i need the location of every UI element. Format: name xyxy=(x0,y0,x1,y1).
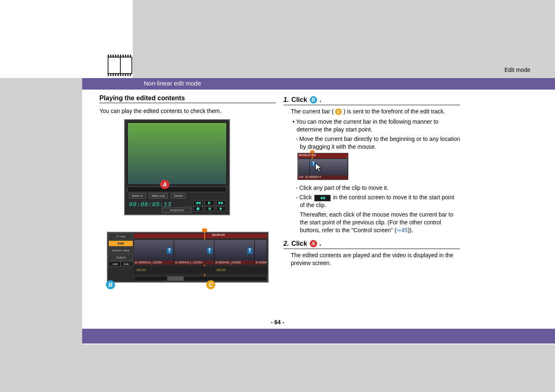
mini-timeline: 00:00:07:38 T 234 ⊞ 20060514 xyxy=(297,153,348,180)
step1-number: 1. xyxy=(283,96,289,104)
edit-mode-label: Edit mode xyxy=(504,67,530,73)
tl-clip[interactable]: T⊞ 20060514_120209 xyxy=(134,240,174,265)
step1-sub3-cont: Thereafter, each click of the mouse move… xyxy=(300,211,460,234)
step1-heading: 1. Click B . xyxy=(283,96,460,105)
transition-icon: T xyxy=(247,247,253,254)
rewind-chip-icon xyxy=(314,195,331,201)
tl-clip-label: ⊞ 20060514_120209 xyxy=(134,261,174,265)
tl-ruler-time: 00:00:05 xyxy=(212,233,225,237)
tl-output-button[interactable]: Output xyxy=(108,254,133,261)
tl-bgm-cell[interactable]: ♪ BGM xyxy=(214,266,253,274)
tl-clip[interactable]: T⊞ 20060411_120359 xyxy=(174,240,214,265)
snapshot-button[interactable]: Snapshot xyxy=(162,208,191,213)
transition-icon: T xyxy=(167,247,172,254)
preview-transport-row1 xyxy=(193,200,226,206)
mark-out-button[interactable]: Mark-out xyxy=(149,193,168,198)
tl-bgm-cell[interactable] xyxy=(174,266,214,274)
callout-a-icon: A xyxy=(310,240,317,247)
step2-period: . xyxy=(320,240,321,247)
step2-number: 2. xyxy=(283,240,289,247)
tl-switchview-button[interactable]: Switch View xyxy=(108,247,133,254)
play-button[interactable] xyxy=(205,200,214,206)
preview-timecode: 00:00:05:13 xyxy=(129,201,171,208)
preview-screenshot: Mark-in Mark-out Divide 00:00:05:13 Snap… xyxy=(124,119,230,215)
ffwd-button[interactable] xyxy=(216,200,226,206)
timeline-screenshot: 17 sec Edit Switch View Output |◀◀ ▶▶| 0… xyxy=(107,232,269,283)
step1-bullet: • You can move the current bar in the fo… xyxy=(292,118,460,134)
step1-line1: The current bar ( C ) is sent to the for… xyxy=(291,108,460,115)
tl-ruler[interactable]: 00:00:05 xyxy=(134,233,267,238)
left-column: Playing the edited contents You can play… xyxy=(99,95,276,283)
mark-in-button[interactable]: Mark-in xyxy=(129,193,146,198)
tl-video-track: T⊞ 20060514_120209 T⊞ 20060411_120359 T⊞… xyxy=(134,240,267,265)
tl-prev-button[interactable]: |◀◀ xyxy=(108,261,121,267)
callout-c-icon: C xyxy=(335,108,342,115)
tl-bgm-cell[interactable]: ♪ BGM xyxy=(134,266,174,274)
callout-b-icon: B xyxy=(310,96,317,104)
mini-clip[interactable] xyxy=(298,159,310,175)
preview-seekbar[interactable] xyxy=(127,187,227,192)
left-grey-strip xyxy=(0,78,82,344)
step2-heading: 2. Click A . xyxy=(283,240,460,249)
mini-ruler: 00:00:07:38 xyxy=(298,153,348,158)
callout-c-icon: C xyxy=(206,280,215,289)
top-grey-strip xyxy=(133,0,555,78)
link-arrow-icon: ⇨ xyxy=(396,227,401,233)
preview-edit-buttons: Mark-in Mark-out Divide xyxy=(129,193,186,198)
step1-sub2: - Click any part of the clip to move it. xyxy=(296,184,460,192)
step1-sub1: - Move the current bar directly to the b… xyxy=(296,135,460,151)
tl-clip[interactable]: T⊞ 0060402_234036 xyxy=(214,240,255,265)
pause-button[interactable] xyxy=(205,206,214,211)
tl-clip-label: ⊞ 20060411_120359 xyxy=(174,261,214,265)
tl-bgm-cell[interactable] xyxy=(253,266,267,274)
page-ref-link[interactable]: ⇨45 xyxy=(396,227,408,233)
callout-b-icon: B xyxy=(106,280,115,289)
bottom-grey-strip xyxy=(0,344,555,392)
tl-next-button[interactable]: ▶▶| xyxy=(121,261,133,267)
tl-bgm-track: ♪ BGM ♪ BGM xyxy=(134,266,267,274)
section-title: Non-linear edit mode xyxy=(144,80,201,87)
step2-text: The edited contents are played and the v… xyxy=(291,251,460,267)
step1-click-word: Click xyxy=(291,96,307,104)
page-root: Edit mode Non-linear edit mode Playing t… xyxy=(0,0,555,392)
step-fwd-button[interactable] xyxy=(216,206,226,211)
step2-click-word: Click xyxy=(291,240,307,247)
rewind-button[interactable] xyxy=(193,200,203,206)
tl-scroll-thumb[interactable] xyxy=(167,277,184,281)
right-column: 1. Click B . The current bar ( C ) is se… xyxy=(283,95,460,270)
tl-clip-label: ⊞ 20060514_ xyxy=(255,261,267,265)
page-number: - 64 - xyxy=(0,319,555,325)
filmstrip-icon xyxy=(108,57,132,74)
mouse-pointer-icon xyxy=(314,162,323,175)
tl-scrollbar[interactable] xyxy=(134,276,267,281)
step1-period: . xyxy=(320,96,321,104)
tl-edit-button[interactable]: Edit xyxy=(108,240,133,247)
tl-clip-label: ⊞ 0060402_234036 xyxy=(214,261,254,265)
mini-labels: 234 ⊞ 20060514 xyxy=(298,175,348,180)
step1-sub3: - Click in the control screen to move it… xyxy=(296,194,460,209)
tl-clip[interactable]: ⊞ 20060514_ xyxy=(255,240,267,265)
stop-button[interactable] xyxy=(193,206,203,211)
callout-a-icon: A xyxy=(160,180,169,189)
footer-bar xyxy=(82,329,555,344)
tl-sec-button[interactable]: 17 sec xyxy=(108,233,133,240)
transition-icon: T xyxy=(207,247,212,254)
playing-heading: Playing the edited contents xyxy=(99,95,276,103)
divide-button[interactable]: Divide xyxy=(171,193,186,198)
playing-intro: You can play the edited contents to chec… xyxy=(99,107,276,115)
timeline-sidebar: 17 sec Edit Switch View Output |◀◀ ▶▶| xyxy=(108,233,133,281)
preview-video-area xyxy=(127,122,227,185)
